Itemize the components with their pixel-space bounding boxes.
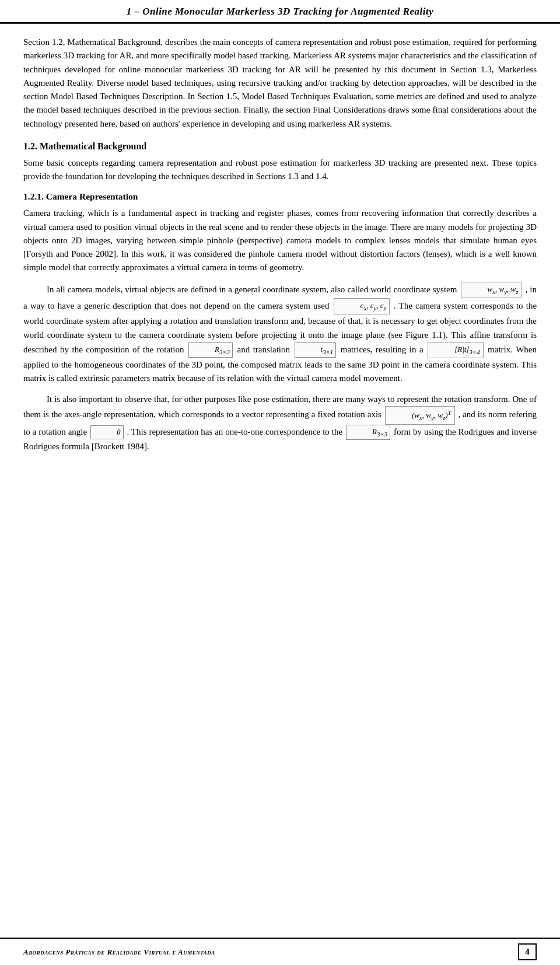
para-5: It is also important to observe that, fo… [23,393,537,454]
page-footer: Abordagens Práticas de Realidade Virtual… [0,938,560,965]
coord-formula-world: wx, wy, wz [461,282,522,298]
footer-text: Abordagens Práticas de Realidade Virtual… [23,947,215,957]
page-content: Section 1.2, Mathematical Background, de… [0,24,560,472]
header-title: 1 – Online Monocular Markerless 3D Track… [127,6,434,17]
rotation-matrix-formula: R3×3 [188,342,233,358]
coord-formula-axis: (wx, wy, wz)T [385,406,455,425]
page-header: 1 – Online Monocular Markerless 3D Track… [0,0,560,24]
page-number: 4 [525,947,530,956]
para-3: Camera tracking, which is a fundamental … [23,207,537,274]
translation-formula: t3×1 [295,342,337,358]
theta-formula: θ [90,425,123,439]
section-121-heading: 1.2.1. Camera Representation [23,191,537,202]
coord-formula-camera: cx, cy, cz [334,298,390,314]
page-container: 1 – Online Monocular Markerless 3D Track… [0,0,560,965]
para-2: Some basic concepts regarding camera rep… [23,156,537,184]
rt-matrix-formula: [R|t]3×4 [428,342,483,358]
section-12-heading: 1.2. Mathematical Background [23,141,537,152]
page-number-box: 4 [518,943,537,960]
intro-paragraph: Section 1.2, Mathematical Background, de… [23,36,537,131]
para-4: In all camera models, virtual objects ar… [23,282,537,386]
r33-formula: R3×3 [346,425,390,440]
